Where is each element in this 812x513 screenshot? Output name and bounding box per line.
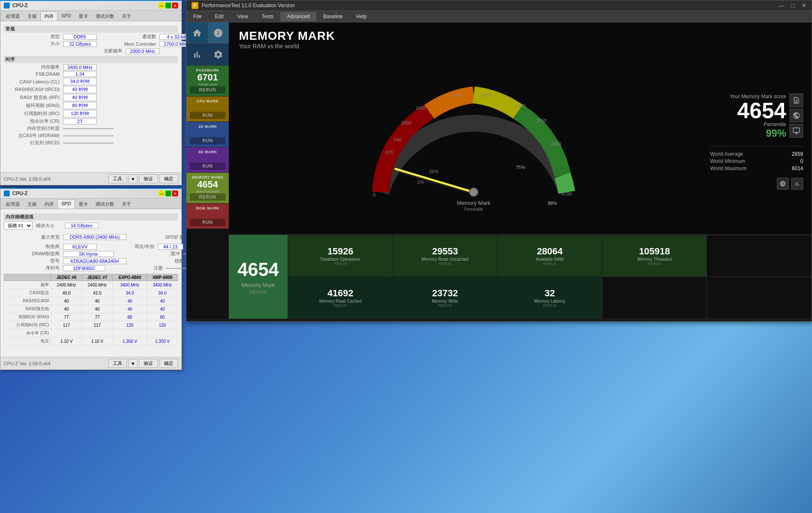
menu-tests[interactable]: Tests bbox=[255, 12, 280, 21]
pt-maximize[interactable]: □ bbox=[791, 2, 795, 9]
globe-icon-btn[interactable] bbox=[790, 109, 803, 122]
tab-memory-2[interactable]: 内存 bbox=[41, 199, 58, 209]
tile-3d[interactable]: 3D MARK RUN bbox=[187, 147, 229, 173]
avail-ram-label: Available RAM bbox=[536, 257, 563, 262]
info-icon-btn[interactable] bbox=[208, 22, 229, 44]
menu-advanced[interactable]: Advanced bbox=[280, 12, 316, 21]
tile-disk[interactable]: DISK MARK RUN bbox=[187, 204, 229, 229]
tab-spd-1[interactable]: SPD bbox=[58, 11, 75, 21]
tab-scores-1[interactable]: 测试分数 bbox=[92, 11, 118, 21]
slot-selector: 插槽 #1 模块大小 16 GBytes bbox=[4, 221, 178, 230]
reg-value bbox=[166, 268, 187, 269]
minimize-button-1[interactable]: — bbox=[159, 3, 165, 8]
close-button-2[interactable]: ✕ bbox=[172, 190, 178, 196]
mem-read-cached-score: 41692 bbox=[327, 288, 353, 299]
space-value bbox=[63, 128, 114, 129]
bar-chart-icon-btn[interactable] bbox=[791, 178, 803, 190]
mem-read-uncached-rerun[interactable]: RERUN bbox=[438, 262, 452, 266]
settings-icon bbox=[213, 50, 223, 60]
tab-processor-1[interactable]: 处理器 bbox=[2, 11, 24, 21]
tab-graphics-1[interactable]: 显卡 bbox=[75, 11, 92, 21]
cpu-run-btn[interactable]: RUN bbox=[190, 112, 225, 119]
spd-timing-table: JEDEC #6 JEDEC #7 EXPO-6800 XMP-6800 频率 … bbox=[4, 274, 178, 345]
passmark-rerun-btn[interactable]: RERUN bbox=[190, 86, 225, 94]
dram-mfr-row: DRAM制造商 SK Hynix 缓冲 bbox=[4, 251, 178, 257]
sub-tile-mem-threaded[interactable]: 105918 Memory Threaded RERUN bbox=[602, 235, 707, 277]
world-max-val: 6014 bbox=[792, 165, 803, 171]
menu-file[interactable]: File bbox=[187, 12, 208, 21]
verify-button-1[interactable]: 验证 bbox=[139, 174, 158, 183]
pt-minimize[interactable]: — bbox=[779, 2, 785, 9]
tile-2d[interactable]: 2D MARK RUN bbox=[187, 122, 229, 147]
mem-read-uncached-score: 29553 bbox=[432, 246, 458, 257]
sub-tile-mem-read-uncached[interactable]: 29553 Memory Read Uncached RERUN bbox=[393, 235, 498, 277]
menu-help[interactable]: Help bbox=[349, 12, 373, 21]
fsb-row: FSB:DRAM 1:34 bbox=[4, 71, 178, 77]
tools-dropdown-1[interactable]: ▼ bbox=[129, 174, 137, 183]
maximize-button-1[interactable]: □ bbox=[165, 3, 171, 8]
mem-write-rerun[interactable]: RERUN bbox=[438, 303, 452, 308]
big-rerun-btn[interactable]: RERUN bbox=[250, 290, 267, 295]
sub-tile-db-ops[interactable]: 15926 Database Operations RERUN bbox=[288, 235, 393, 277]
tab-processor-2[interactable]: 处理器 bbox=[2, 199, 24, 209]
compare-icon-btn[interactable] bbox=[790, 124, 803, 138]
minimize-button-2[interactable]: — bbox=[159, 190, 165, 196]
action-icons bbox=[790, 94, 803, 138]
tab-about-1[interactable]: 关于 bbox=[118, 11, 135, 21]
mem-threaded-rerun[interactable]: RERUN bbox=[648, 262, 661, 266]
sub-tile-mem-write[interactable]: 23732 Memory Write RERUN bbox=[393, 277, 498, 319]
tab-about-2[interactable]: 关于 bbox=[118, 199, 135, 209]
menu-baseline[interactable]: Baseline bbox=[316, 12, 349, 21]
maximize-button-2[interactable]: □ bbox=[165, 190, 171, 196]
home-icon-btn[interactable] bbox=[187, 22, 208, 44]
mem-latency-rerun[interactable]: RERUN bbox=[543, 303, 557, 308]
tile-memory[interactable]: MEMORY MARK 4654 99th Percentile RERUN bbox=[187, 173, 229, 204]
section-timing: 时序 bbox=[4, 56, 178, 63]
memory-rerun-btn[interactable]: RERUN bbox=[190, 193, 225, 201]
pt-close[interactable]: ✕ bbox=[801, 2, 807, 9]
tools-dropdown-2[interactable]: ▼ bbox=[129, 359, 137, 368]
memory-mark-title: MEMORY MARK bbox=[239, 29, 801, 43]
settings-icon-btn[interactable] bbox=[208, 44, 229, 65]
save-result-icon[interactable] bbox=[790, 94, 803, 107]
serial-row: 序列号 1DF8065C 注册 bbox=[4, 265, 178, 271]
sub-tile-mem-read-cached[interactable]: 41692 Memory Read Cached RERUN bbox=[288, 277, 393, 319]
tab-spd-2[interactable]: SPD bbox=[58, 199, 75, 209]
tile-passmark[interactable]: PASSMARK 6701 Partial result RERUN bbox=[187, 66, 229, 97]
svg-line-17 bbox=[398, 171, 476, 194]
tools-button-1[interactable]: 工具 bbox=[108, 174, 127, 183]
disk-run-btn[interactable]: RUN bbox=[190, 219, 225, 226]
ok-button-1[interactable]: 确定 bbox=[159, 174, 178, 183]
mem-read-cached-rerun[interactable]: RERUN bbox=[334, 303, 347, 308]
chart-icon bbox=[192, 50, 202, 60]
speedometer-icon-btn[interactable] bbox=[777, 178, 789, 190]
tab-scores-2[interactable]: 测试分数 bbox=[92, 199, 118, 209]
tab-memory-1[interactable]: 内存 bbox=[41, 11, 58, 21]
sub-tile-mem-latency[interactable]: 32 Memory Latency RERUN bbox=[497, 277, 602, 319]
svg-text:0: 0 bbox=[373, 192, 376, 197]
tools-button-2[interactable]: 工具 bbox=[108, 359, 127, 368]
menu-edit[interactable]: Edit bbox=[208, 12, 230, 21]
db-ops-rerun[interactable]: RERUN bbox=[334, 262, 347, 266]
tile-cpu[interactable]: CPU MARK RUN bbox=[187, 97, 229, 122]
window-controls-2: — □ ✕ bbox=[159, 190, 178, 196]
sub-tile-avail-ram[interactable]: 28064 Available RAM RERUN bbox=[497, 235, 602, 277]
tab-mainboard-2[interactable]: 主板 bbox=[24, 199, 41, 209]
verify-button-2[interactable]: 验证 bbox=[139, 359, 158, 368]
3d-run-btn[interactable]: RUN bbox=[190, 163, 225, 170]
menu-view[interactable]: View bbox=[230, 12, 255, 21]
svg-text:75%: 75% bbox=[516, 165, 525, 170]
tab-mainboard-1[interactable]: 主板 bbox=[24, 11, 41, 21]
2d-run-btn[interactable]: RUN bbox=[190, 137, 225, 144]
ok-button-2[interactable]: 确定 bbox=[159, 359, 178, 368]
slot-dropdown[interactable]: 插槽 #1 bbox=[4, 221, 33, 230]
close-button-1[interactable]: ✕ bbox=[172, 3, 178, 8]
chart-icon-btn[interactable] bbox=[187, 44, 208, 65]
avail-ram-rerun[interactable]: RERUN bbox=[543, 262, 557, 266]
memory-gauge: 0 470 540 1060 1410 2350 2820 bbox=[355, 69, 592, 213]
tab-graphics-2[interactable]: 显卡 bbox=[75, 199, 92, 209]
max-bw: DDR5-6800 (3400 MHz) bbox=[63, 234, 126, 240]
svg-text:1%: 1% bbox=[417, 179, 424, 185]
avail-ram-score: 28064 bbox=[537, 246, 562, 257]
big-memory-tile[interactable]: 4654 Memory Mark RERUN bbox=[229, 235, 288, 319]
